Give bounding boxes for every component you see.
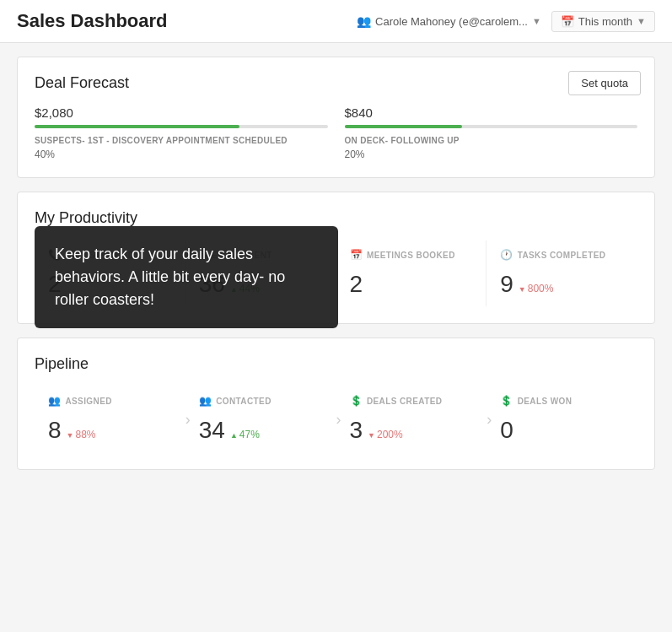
productivity-title: My Productivity — [35, 209, 637, 227]
user-name: Carole Mahoney (e@carolem... — [375, 15, 528, 28]
assigned-change: 88% — [67, 429, 96, 440]
tasks-arrow-down — [519, 283, 526, 294]
contacted-label: 👥 CONTACTED — [199, 395, 323, 407]
progress-bar-1 — [35, 125, 239, 128]
productivity-meetings: 📅 MEETINGS BOOKED 2 — [336, 240, 487, 306]
deal-forecast-card: Deal Forecast Set quota $2,080 SUSPECTS-… — [17, 57, 655, 178]
contacted-arrow-up — [230, 429, 238, 440]
forecast-pct-1: 40% — [35, 149, 328, 160]
deals-won-icon: 💲 — [500, 395, 513, 407]
contacted-change: 47% — [230, 429, 260, 440]
tooltip-text: Keep track of your daily sales behaviors… — [55, 246, 285, 308]
pipeline-arrow-1: › — [185, 411, 191, 429]
forecast-pct-2: 20% — [345, 149, 638, 160]
page-title: Sales Dashboard — [17, 10, 168, 32]
deals-won-value: 0 — [500, 417, 624, 444]
pipeline-title: Pipeline — [35, 355, 637, 373]
header-controls: 👥 Carole Mahoney (e@carolem... ▼ 📅 This … — [357, 11, 655, 32]
pipeline-deals-won: 💲 DEALS WON 0 — [487, 386, 637, 452]
pipeline-contacted: 👥 CONTACTED 34 47% › — [185, 386, 336, 452]
progress-bar-2 — [345, 125, 462, 128]
user-selector[interactable]: 👥 Carole Mahoney (e@carolem... ▼ — [357, 14, 541, 28]
deals-created-label: 💲 DEALS CREATED — [350, 395, 474, 407]
page-header: Sales Dashboard 👥 Carole Mahoney (e@caro… — [0, 0, 672, 43]
clock-icon: 🕐 — [500, 249, 513, 261]
deals-created-value: 3 200% — [350, 417, 474, 444]
forecast-amount-2: $840 — [345, 105, 638, 120]
forecast-bar-1: $2,080 SUSPECTS- 1ST - DISCOVERY APPOINT… — [35, 105, 328, 160]
deals-created-change: 200% — [368, 429, 403, 440]
tasks-value: 9 800% — [500, 271, 624, 298]
deal-forecast-title: Deal Forecast — [35, 74, 637, 92]
progress-bar-container-2 — [345, 125, 638, 128]
deals-won-label: 💲 DEALS WON — [500, 395, 624, 407]
forecast-bar-2: $840 ON DECK- FOLLOWING UP 20% — [345, 105, 638, 160]
users-icon: 👥 — [357, 14, 371, 28]
date-dropdown-arrow: ▼ — [637, 16, 646, 26]
deals-created-icon: 💲 — [350, 395, 363, 407]
contacted-icon: 👥 — [199, 395, 212, 407]
assigned-value: 8 88% — [48, 417, 172, 444]
forecast-bars: $2,080 SUSPECTS- 1ST - DISCOVERY APPOINT… — [35, 105, 637, 160]
assigned-label: 👥 ASSIGNED — [48, 395, 172, 407]
calendar-icon: 📅 — [561, 15, 574, 28]
main-content: Deal Forecast Set quota $2,080 SUSPECTS-… — [0, 43, 672, 483]
user-dropdown-arrow: ▼ — [532, 16, 541, 26]
pipeline-arrow-3: › — [487, 411, 492, 429]
progress-bar-container-1 — [35, 125, 328, 128]
forecast-amount-1: $2,080 — [35, 105, 328, 120]
meetings-value: 2 — [350, 271, 473, 298]
tasks-change: 800% — [519, 283, 554, 294]
pipeline-assigned: 👥 ASSIGNED 8 88% › — [35, 386, 185, 452]
productivity-tasks: 🕐 TASKS COMPLETED 9 800% — [487, 240, 637, 306]
pipeline-card: Pipeline 👥 ASSIGNED 8 88% › 👥 — [17, 338, 655, 470]
date-filter[interactable]: 📅 This month ▼ — [551, 11, 655, 32]
forecast-label-1: SUSPECTS- 1ST - DISCOVERY APPOINTMENT SC… — [35, 135, 328, 147]
pipeline-arrow-2: › — [336, 411, 341, 429]
assigned-icon: 👥 — [48, 395, 61, 407]
pipeline-deals-created: 💲 DEALS CREATED 3 200% › — [336, 386, 487, 452]
deals-created-arrow — [368, 429, 375, 440]
set-quota-button[interactable]: Set quota — [568, 71, 641, 95]
forecast-label-2: ON DECK- FOLLOWING UP — [345, 135, 638, 147]
calendar-icon: 📅 — [350, 249, 363, 261]
pipeline-grid: 👥 ASSIGNED 8 88% › 👥 CONTACTED — [35, 386, 637, 452]
date-filter-label: This month — [578, 15, 632, 28]
contacted-value: 34 47% — [199, 417, 323, 444]
meetings-label: 📅 MEETINGS BOOKED — [350, 249, 473, 261]
tasks-label: 🕐 TASKS COMPLETED — [500, 249, 624, 261]
tooltip-overlay: Keep track of your daily sales behaviors… — [35, 226, 338, 328]
assigned-arrow-down — [67, 429, 74, 440]
